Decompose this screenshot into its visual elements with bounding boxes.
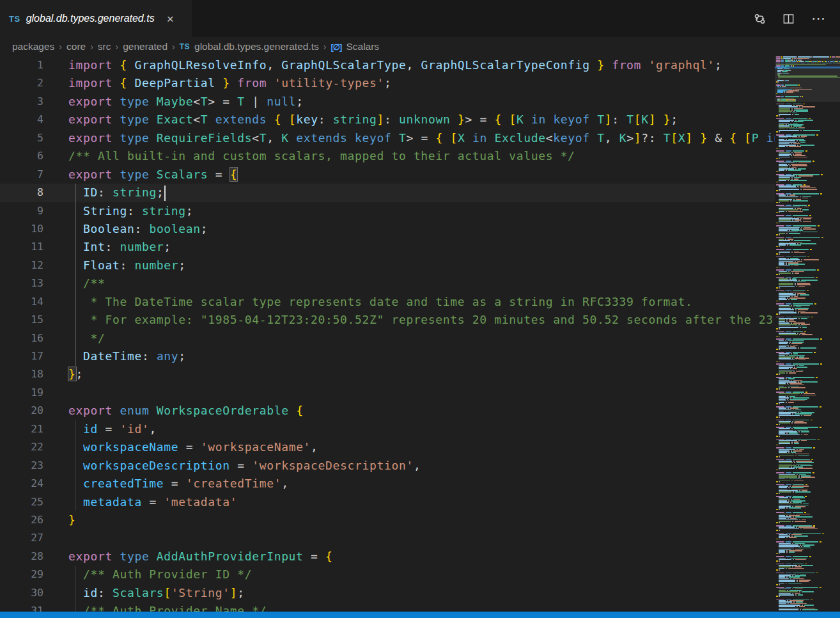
code-line[interactable]: 29 /** Auth Provider ID */ — [0, 566, 775, 583]
line-number[interactable]: 7 — [0, 166, 43, 184]
split-editor-icon[interactable] — [782, 13, 795, 25]
code-line[interactable]: 24 createdTime = 'createdTime', — [0, 475, 775, 493]
line-number[interactable]: 26 — [0, 511, 43, 529]
text-cursor — [164, 186, 166, 201]
code-line[interactable]: 20export enum WorkspaceOrderable { — [0, 402, 775, 420]
code-line[interactable]: 22 workspaceName = 'workspaceName', — [0, 438, 775, 456]
line-number[interactable]: 25 — [0, 493, 43, 511]
indent-guide-active — [75, 184, 76, 366]
breadcrumb-item-packages[interactable]: packages — [12, 41, 54, 52]
tab-global-db-types[interactable]: TS global.db.types.generated.ts × — [0, 0, 192, 37]
code-line[interactable]: 3export type Maybe<T> = T | null; — [0, 93, 775, 111]
code-line[interactable]: 13 /** — [0, 274, 775, 292]
line-number[interactable]: 24 — [0, 475, 43, 493]
line-number[interactable]: 2 — [0, 74, 43, 92]
line-number[interactable]: 19 — [0, 384, 43, 402]
line-number[interactable]: 20 — [0, 402, 43, 420]
line-number[interactable]: 28 — [0, 548, 43, 566]
line-number[interactable]: 3 — [0, 93, 43, 111]
code-line[interactable]: 6/** All built-in and custom scalars, ma… — [0, 147, 775, 165]
line-number[interactable]: 30 — [0, 584, 43, 602]
code-line[interactable]: 10 Boolean: boolean; — [0, 220, 775, 238]
tab-bar: TS global.db.types.generated.ts × ⋯ — [0, 0, 840, 37]
code-line[interactable]: 23 workspaceDescription = 'workspaceDesc… — [0, 457, 775, 475]
line-number[interactable]: 29 — [0, 566, 43, 583]
symbol-misc-icon: [∅] — [331, 42, 341, 52]
chevron-right-icon: › — [116, 42, 119, 52]
line-number[interactable]: 10 — [0, 220, 43, 238]
code-line[interactable]: 30 id: Scalars['String']; — [0, 584, 775, 602]
code-line[interactable]: 14 * The DateTime scalar type represents… — [0, 293, 775, 311]
line-number[interactable]: 18 — [0, 365, 43, 383]
chevron-right-icon: › — [323, 42, 327, 52]
code-line[interactable]: 11 Int: number; — [0, 238, 775, 256]
line-number[interactable]: 11 — [0, 238, 43, 256]
code-line[interactable]: 2import { DeepPartial } from 'utility-ty… — [0, 74, 775, 92]
editor-actions: ⋯ — [754, 0, 840, 37]
breadcrumb-item-symbol-scalars[interactable]: Scalars — [346, 41, 379, 52]
tab-title: global.db.types.generated.ts — [26, 13, 155, 24]
chevron-right-icon: › — [59, 42, 62, 52]
line-number[interactable]: 16 — [0, 329, 43, 347]
code-line[interactable]: 19 — [0, 384, 775, 402]
minimap-content — [775, 56, 840, 610]
line-number[interactable]: 23 — [0, 457, 43, 475]
code-line[interactable]: 5export type RequireFields<T, K extends … — [0, 129, 775, 147]
line-number[interactable]: 15 — [0, 311, 43, 329]
code-line[interactable]: 7export type Scalars = { — [0, 166, 775, 184]
line-number[interactable]: 17 — [0, 347, 43, 365]
code-line[interactable]: 18}; — [0, 365, 775, 383]
typescript-file-icon: TS — [9, 14, 20, 24]
line-number[interactable]: 12 — [0, 257, 43, 274]
code-line[interactable]: 31 /** Auth Provider Name */ — [0, 602, 775, 612]
code-line[interactable]: 4export type Exact<T extends { [key: str… — [0, 111, 775, 129]
code-line[interactable]: 21 id = 'id', — [0, 420, 775, 438]
indent-guide — [75, 420, 76, 511]
code-line[interactable]: 8 ID: string; — [0, 184, 775, 202]
code-line[interactable]: 16 */ — [0, 329, 775, 347]
code-line[interactable]: 9 String: string; — [0, 202, 775, 220]
code-line[interactable]: 15 * For example: "1985-04-12T23:20:50.5… — [0, 311, 775, 329]
code-line[interactable]: 27 — [0, 529, 775, 547]
code-line[interactable]: 17 DateTime: any; — [0, 347, 775, 365]
minimap[interactable] — [775, 56, 840, 612]
more-actions-icon[interactable]: ⋯ — [811, 12, 826, 26]
line-number[interactable]: 14 — [0, 293, 43, 311]
line-number[interactable]: 6 — [0, 147, 43, 165]
line-number[interactable]: 8 — [0, 184, 43, 202]
breadcrumb-item-generated[interactable]: generated — [123, 41, 167, 52]
chevron-right-icon: › — [172, 42, 175, 52]
code-line[interactable]: 28export type AddAuthProviderInput = { — [0, 548, 775, 566]
breadcrumb-item-src[interactable]: src — [98, 41, 111, 52]
line-number[interactable]: 21 — [0, 420, 43, 438]
line-number[interactable]: 13 — [0, 274, 43, 292]
line-number[interactable]: 22 — [0, 438, 43, 456]
editor-pane: 1import { GraphQLResolveInfo, GraphQLSca… — [0, 56, 840, 612]
status-bar — [0, 612, 840, 618]
code-line[interactable]: 26} — [0, 511, 775, 529]
typescript-file-icon: TS — [180, 42, 190, 51]
line-number[interactable]: 9 — [0, 202, 43, 220]
chevron-right-icon: › — [90, 42, 93, 52]
line-number[interactable]: 1 — [0, 56, 43, 74]
line-number[interactable]: 4 — [0, 111, 43, 129]
indent-guide — [75, 566, 76, 612]
code-line[interactable]: 25 metadata = 'metadata' — [0, 493, 775, 511]
compare-changes-icon[interactable] — [754, 13, 766, 25]
code-lines: 1import { GraphQLResolveInfo, GraphQLSca… — [0, 56, 775, 612]
code-line[interactable]: 1import { GraphQLResolveInfo, GraphQLSca… — [0, 56, 775, 74]
code-line[interactable]: 12 Float: number; — [0, 257, 775, 274]
line-number[interactable]: 5 — [0, 129, 43, 147]
code-area[interactable]: 1import { GraphQLResolveInfo, GraphQLSca… — [0, 56, 775, 612]
line-number[interactable]: 27 — [0, 529, 43, 547]
breadcrumb: packages › core › src › generated › TS g… — [0, 37, 840, 56]
minimap-current-line-marker — [775, 67, 840, 68]
tab-close-icon[interactable]: × — [167, 13, 174, 25]
line-number[interactable]: 31 — [0, 602, 43, 612]
breadcrumb-item-core[interactable]: core — [66, 41, 86, 52]
breadcrumb-item-filename[interactable]: global.db.types.generated.ts — [194, 41, 319, 52]
